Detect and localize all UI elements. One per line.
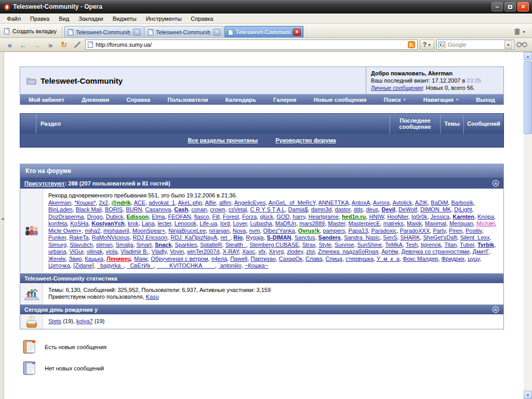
online-user-link[interactable]: Zmeюка_падzабоRная bbox=[318, 248, 378, 255]
online-user-link[interactable]: hed1n.ru bbox=[342, 214, 366, 220]
online-user-link[interactable]: alfim bbox=[219, 200, 231, 206]
online-user-link[interactable]: SHARK bbox=[400, 234, 420, 241]
online-user-link[interactable]: Punker bbox=[48, 234, 66, 241]
online-user-link[interactable]: urbana bbox=[48, 248, 66, 255]
search-field[interactable]: G Google ▼ bbox=[436, 39, 514, 50]
online-user-link[interactable]: Lover bbox=[233, 220, 247, 227]
online-user-link[interactable]: Артём bbox=[381, 248, 398, 255]
tab-close-icon[interactable]: × bbox=[133, 29, 141, 36]
online-user-link[interactable]: S-DIMAN bbox=[267, 234, 291, 241]
online-user-link[interactable]: mars2889 bbox=[299, 220, 325, 227]
online-user-link[interactable]: Девочка со странностями bbox=[401, 248, 469, 255]
online-user-link[interactable]: Avrora bbox=[373, 200, 390, 206]
forward-button[interactable]: → bbox=[31, 39, 43, 50]
online-user-link[interactable]: pampers bbox=[323, 228, 345, 234]
online-user-link[interactable]: Sandra_Nasic bbox=[344, 234, 380, 241]
online-user-link[interactable]: ~Кошка~ bbox=[245, 262, 268, 269]
online-user-link[interactable]: KostyanYch bbox=[91, 220, 125, 227]
online-user-link[interactable]: C R Y S T A L bbox=[250, 206, 285, 212]
forum-nav-item[interactable]: Пользователи bbox=[167, 97, 208, 103]
online-user-link[interactable]: niranjan bbox=[209, 228, 229, 234]
new-tab-button[interactable]: Создать вкладку bbox=[2, 26, 62, 37]
tab-close-icon[interactable]: × bbox=[213, 29, 221, 36]
online-user-link[interactable]: Damia$ bbox=[288, 206, 308, 212]
fast-forward-button[interactable]: » bbox=[45, 39, 56, 50]
online-user-link[interactable]: Фокс Малдер bbox=[403, 256, 438, 262]
forum-nav-item[interactable]: Выход bbox=[476, 97, 495, 103]
online-user-link[interactable]: Piren bbox=[449, 228, 462, 234]
online-user-link[interactable]: Edisson bbox=[126, 214, 149, 220]
minimize-button[interactable]: – bbox=[491, 2, 503, 11]
zoom-button[interactable] bbox=[516, 39, 528, 50]
online-user-link[interactable]: Akerman bbox=[48, 200, 71, 206]
online-user-link[interactable]: _bagyrka_ bbox=[97, 262, 124, 269]
online-user-link[interactable]: csVetal bbox=[229, 206, 247, 212]
online-user-link[interactable]: BURN bbox=[126, 206, 142, 212]
online-user-link[interactable]: Karnten bbox=[453, 214, 474, 220]
online-user-link[interactable]: Elma bbox=[152, 214, 165, 220]
collapse-icon[interactable] bbox=[492, 306, 499, 313]
online-user-link[interactable]: Rygaja bbox=[246, 234, 263, 241]
trash-button[interactable]: ▼ bbox=[510, 28, 530, 37]
online-user-link[interactable]: Nova bbox=[233, 228, 246, 234]
online-user-link[interactable]: NinjaBruceLee bbox=[168, 228, 206, 234]
online-user-link[interactable]: RakeTa bbox=[69, 234, 88, 241]
online-user-link[interactable]: glück bbox=[260, 214, 273, 220]
online-user-link[interactable]: Vovin bbox=[170, 248, 184, 255]
online-user-link[interactable]: xfx bbox=[258, 248, 265, 255]
online-user-link[interactable]: Xaoc bbox=[242, 248, 255, 255]
online-user-link[interactable]: Silent_Lexx bbox=[460, 234, 490, 241]
forum-nav-item[interactable]: Навигация▼ bbox=[423, 97, 459, 103]
online-user-link[interactable]: Ovrus!k bbox=[298, 228, 320, 234]
newest-member-link[interactable]: Kasu bbox=[146, 294, 159, 300]
online-user-link[interactable]: Positiv bbox=[466, 228, 482, 234]
online-user-link[interactable]: BinLaden bbox=[48, 206, 73, 212]
forum-nav-item[interactable]: Галерея bbox=[273, 97, 296, 103]
online-user-link[interactable]: 2x2 bbox=[99, 200, 108, 206]
online-user-link[interactable]: DozDraperma bbox=[48, 214, 84, 220]
forum-guide-link[interactable]: Руководство форума bbox=[275, 137, 336, 143]
online-user-link[interactable]: Knopa bbox=[477, 214, 494, 220]
search-dropdown-button[interactable]: ▼ bbox=[504, 41, 512, 49]
online-user-link[interactable]: Simurg bbox=[48, 242, 66, 248]
online-user-link[interactable]: Paradoxic bbox=[371, 228, 396, 234]
panel-toggle[interactable]: ◄ bbox=[0, 52, 4, 399]
online-user-link[interactable]: Casanova bbox=[145, 206, 171, 212]
online-user-link[interactable]: Cash bbox=[174, 206, 188, 212]
online-user-link[interactable]: Паwell bbox=[230, 256, 247, 262]
private-messages-link[interactable]: Личные сообщения bbox=[371, 85, 423, 91]
forum-nav-item[interactable]: Дневники bbox=[82, 97, 109, 103]
online-user-link[interactable]: ACE bbox=[134, 200, 145, 206]
online-user-link[interactable]: Life-ua bbox=[200, 220, 217, 227]
online-user-link[interactable]: Strax bbox=[302, 242, 316, 248]
online-user-link[interactable]: Papa13 bbox=[348, 228, 368, 234]
scroll-thumb[interactable] bbox=[524, 61, 532, 134]
online-user-link[interactable]: lecter bbox=[157, 220, 171, 227]
online-user-link[interactable]: Drogo bbox=[87, 214, 103, 220]
online-user-link[interactable]: Vladly bbox=[152, 248, 167, 255]
online-user-link[interactable]: ДмитГ bbox=[473, 248, 489, 255]
online-user-link[interactable]: Jessica bbox=[431, 214, 450, 220]
online-user-link[interactable]: Michæl bbox=[476, 220, 495, 227]
online-user-link[interactable]: SplatteR bbox=[200, 242, 222, 248]
online-user-link[interactable]: Партизан bbox=[250, 256, 275, 262]
online-user-link[interactable]: Dubick bbox=[106, 214, 124, 220]
wand-button[interactable] bbox=[72, 39, 83, 50]
online-user-link[interactable]: Фридрих bbox=[442, 256, 465, 262]
forum-nav-item[interactable]: Новые сообщения bbox=[314, 97, 367, 103]
online-user-link[interactable]: Цяточка bbox=[48, 262, 70, 269]
online-user-link[interactable]: Black Mail bbox=[76, 206, 102, 212]
online-user-link[interactable]: DjLight bbox=[454, 206, 472, 212]
forum-nav-item[interactable]: Календарь bbox=[225, 97, 256, 103]
online-user-link[interactable]: DIMON_MK bbox=[420, 206, 451, 212]
tab[interactable]: Telesweet-Community× bbox=[64, 26, 143, 37]
online-user-link[interactable]: Alfie bbox=[205, 200, 216, 206]
online-user-link[interactable]: AZIK bbox=[415, 200, 428, 206]
online-user-link[interactable]: KoSHa bbox=[70, 220, 88, 227]
online-user-link[interactable]: Женёк bbox=[48, 256, 65, 262]
online-user-link[interactable]: GOD bbox=[276, 214, 289, 220]
online-user-link[interactable]: tigrenok bbox=[421, 242, 441, 248]
online-user-link[interactable]: FEOFAN bbox=[168, 214, 191, 220]
forum-nav-item[interactable]: Справка bbox=[126, 97, 150, 103]
online-user-link[interactable]: Tesh bbox=[406, 242, 418, 248]
